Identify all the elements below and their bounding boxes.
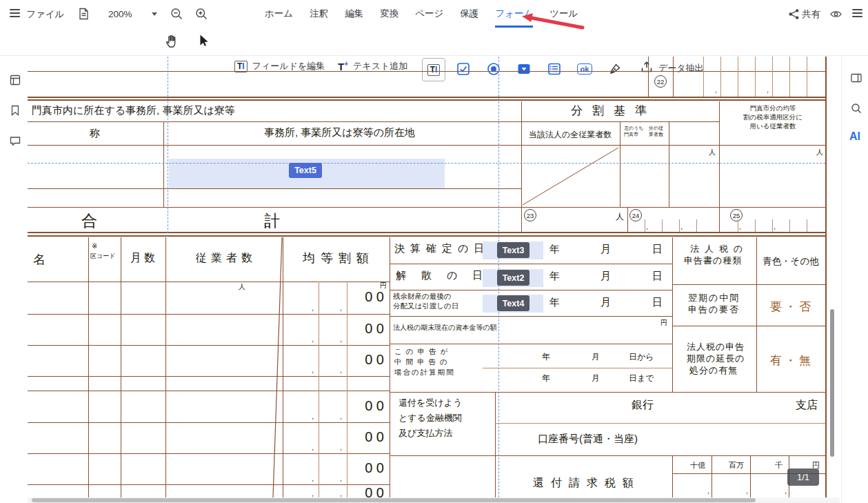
total-label-b: 計 <box>264 210 280 232</box>
tab-home[interactable]: ホーム <box>265 0 293 28</box>
zoom-in-button[interactable] <box>194 7 209 24</box>
day-from-label: 日から <box>629 351 654 363</box>
refund-institution-label-3: 及び支払方法 <box>398 427 452 440</box>
comment-panel-icon[interactable] <box>8 133 23 148</box>
push-button-tool[interactable]: ok <box>574 58 596 80</box>
tab-page[interactable]: ページ <box>415 0 443 28</box>
file-menu[interactable]: ファイル <box>26 8 64 21</box>
thumbnail-panel-icon[interactable] <box>8 72 23 88</box>
checkbox-tool[interactable] <box>452 58 474 80</box>
unit-yen: 円 <box>660 318 667 328</box>
unit-person: 人 <box>616 211 624 223</box>
zoom-dropdown-caret[interactable] <box>152 12 157 19</box>
division-standard-header: 分割基準 <box>571 103 656 119</box>
district-code-header: 区コード <box>90 252 115 261</box>
listbox-tool[interactable] <box>543 58 565 80</box>
signature-tool[interactable] <box>604 58 626 80</box>
tab-annotate[interactable]: 注釈 <box>310 0 328 28</box>
unit-person: 人 <box>239 282 245 292</box>
left-panel-rail <box>0 56 28 503</box>
comma-tick: , <box>774 222 776 230</box>
field-guide-line <box>168 57 168 237</box>
field-tag-text4[interactable]: Text4 <box>497 295 529 311</box>
combobox-tool[interactable] <box>513 58 535 80</box>
field-tag-text3[interactable]: Text3 <box>497 242 529 258</box>
main-tabs: ホーム 注釈 編集 変換 ページ 保護 フォーム ツール <box>265 0 578 28</box>
refund-claim-label: 還付請求税額 <box>533 476 640 491</box>
address-column-header: 事務所, 事業所又は寮等の所在地 <box>264 126 415 139</box>
comma-tick: , <box>312 474 314 482</box>
field-tag-text5[interactable]: Text5 <box>289 163 322 178</box>
name-column-header: 称 <box>90 127 100 140</box>
levy-amount-value: 0 0 <box>348 352 384 368</box>
unit-person: 人 <box>816 148 823 157</box>
year-label: 年 <box>549 243 560 256</box>
panel-toggle-icon[interactable] <box>849 70 864 86</box>
residual-assets-label-1: 残余財産の最後の <box>393 292 452 302</box>
refund-institution-label-1: 還付を受けよう <box>398 397 462 409</box>
bookmark-panel-icon[interactable] <box>8 103 23 118</box>
day-label: 日 <box>652 243 663 256</box>
app-menu-icon[interactable] <box>10 7 20 19</box>
comma-tick: , <box>312 489 314 497</box>
page-indicator: 1/1 <box>787 469 819 486</box>
comma-tick: , <box>767 86 769 94</box>
day-label: 日 <box>652 296 663 309</box>
levy-header: 均等割額 <box>303 250 374 266</box>
select-tool[interactable] <box>196 33 210 50</box>
horizontal-scrollbar[interactable] <box>28 497 840 503</box>
tab-form[interactable]: フォーム <box>495 0 533 28</box>
extension-label-2: 期限の延長の <box>687 353 745 365</box>
circled-number-25: 25 <box>730 209 743 221</box>
horizontal-scrollbar-thumb[interactable] <box>32 498 756 502</box>
year-label: 年 <box>549 296 560 309</box>
interim-required-value: 要・否 <box>770 299 814 315</box>
comma-tick: , <box>340 443 342 451</box>
hand-tool[interactable] <box>164 33 179 51</box>
tab-edit[interactable]: 編集 <box>345 0 363 28</box>
digit-header-billion: 十億 <box>690 460 705 471</box>
comma-tick: , <box>707 486 709 495</box>
refund-institution-label-2: とする金融機関 <box>398 412 462 424</box>
comma-tick: , <box>715 86 717 94</box>
comma-tick: , <box>312 304 314 312</box>
document-icon[interactable] <box>77 7 90 23</box>
name-header: 名 <box>33 251 46 268</box>
year-label: 年 <box>542 373 550 384</box>
comma-tick: , <box>312 443 314 451</box>
zoom-level[interactable]: 200% <box>108 9 132 19</box>
return-type-value: 青色・その他 <box>763 255 819 268</box>
field-tag-text2[interactable]: Text2 <box>497 270 529 286</box>
comma-tick: , <box>340 366 342 374</box>
data-extract-button[interactable]: データ抽出 <box>640 60 704 77</box>
digit-header-thousand: 千 <box>775 460 783 471</box>
circled-number-22: 22 <box>654 75 667 88</box>
return-type-label-2: 申告書の種類 <box>684 255 742 267</box>
radio-button-tool[interactable] <box>483 58 505 80</box>
app-window: ファイル 200% ホーム 注釈 編集 変換 ページ 保護 フォーム ツール 共… <box>0 0 868 503</box>
comma-tick: , <box>739 222 741 230</box>
zoom-out-button[interactable] <box>170 7 184 24</box>
eye-icon[interactable] <box>829 8 842 23</box>
office-section-title: 門真市内に所在する事務所, 事業所又は寮等 <box>32 104 235 117</box>
vertical-scrollbar-thumb[interactable] <box>830 309 834 457</box>
settlement-date-label: 決算確定の日 <box>394 242 489 255</box>
overflow-menu-icon[interactable] <box>852 7 862 19</box>
tab-tools[interactable]: ツール <box>549 0 578 28</box>
months-header: 月数 <box>130 251 158 266</box>
tab-convert[interactable]: 変換 <box>380 0 398 28</box>
search-icon[interactable] <box>849 101 864 116</box>
levy-amount-value: 0 0 <box>348 460 384 476</box>
text-field-tool[interactable]: TI <box>422 58 445 81</box>
kadoma-employees-header-b: 分の従業者数 <box>649 126 668 137</box>
interim-period-label-3: 場合の計算期間 <box>394 368 455 377</box>
share-button[interactable]: 共有 <box>802 8 820 21</box>
extension-value: 有・無 <box>770 353 814 368</box>
share-icon[interactable] <box>788 8 800 23</box>
tab-protect[interactable]: 保護 <box>460 0 478 28</box>
year-label: 年 <box>549 270 560 283</box>
comma-tick: , <box>312 335 314 343</box>
comma-tick: , <box>340 304 342 312</box>
ai-button[interactable]: AI <box>849 130 860 143</box>
levy-amount-value: 0 0 <box>348 289 384 305</box>
